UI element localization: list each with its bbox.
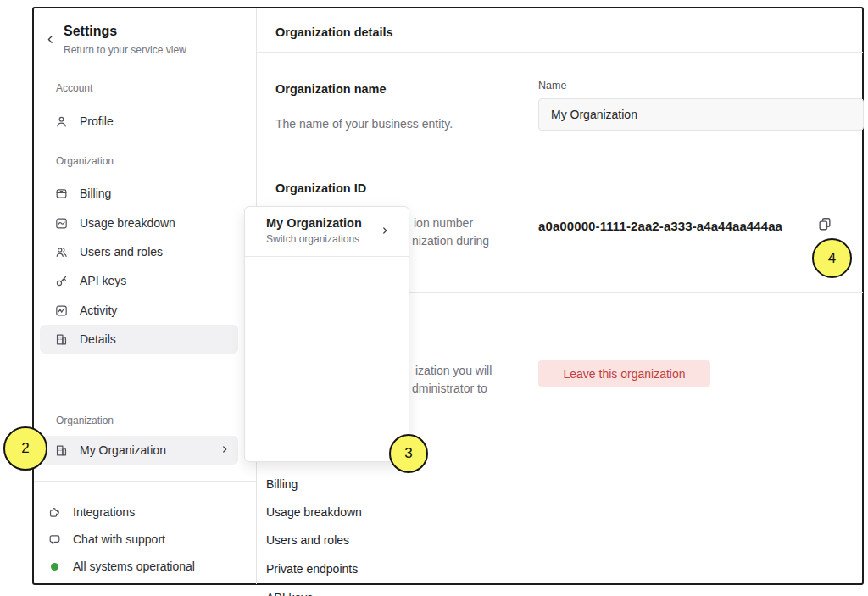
sidebar-item-users-and-roles[interactable]: Users and roles xyxy=(40,237,238,266)
dropdown-item-api-keys[interactable]: API keys xyxy=(245,583,409,596)
org-id-description-fragment: nization during xyxy=(412,234,489,248)
name-field-label: Name xyxy=(538,80,566,92)
org-name-heading: Organization name xyxy=(275,82,387,96)
callout-2: 2 xyxy=(3,426,47,471)
callout-3: 3 xyxy=(389,434,428,473)
callout-4: 4 xyxy=(812,238,852,278)
sidebar-item-label: My Organization xyxy=(80,443,209,457)
status-dot-icon xyxy=(47,563,62,571)
sidebar-item-integrations[interactable]: Integrations xyxy=(47,502,242,522)
users-icon xyxy=(54,245,69,259)
sidebar-item-label: API keys xyxy=(80,274,230,287)
page-title: Organization details xyxy=(275,25,393,39)
sidebar-item-chat-support[interactable]: Chat with support xyxy=(47,529,242,549)
dropdown-item-usage-breakdown[interactable]: Usage breakdown xyxy=(245,498,409,526)
sidebar-item-profile[interactable]: Profile xyxy=(40,107,238,136)
copy-icon[interactable] xyxy=(813,212,837,236)
key-icon xyxy=(54,274,69,288)
sidebar-item-details[interactable]: Details xyxy=(40,325,238,354)
sidebar-item-label: Usage breakdown xyxy=(80,216,230,230)
dropdown-org-subtitle: Switch organizations xyxy=(266,233,359,245)
leave-description-fragment: ization you will xyxy=(415,364,492,377)
org-id-heading: Organization ID xyxy=(275,181,366,195)
status-label: All systems operational xyxy=(73,560,195,573)
chevron-right-icon xyxy=(380,224,390,239)
chat-icon xyxy=(47,532,62,547)
sidebar-item-label: Billing xyxy=(80,187,230,200)
dropdown-divider xyxy=(245,256,409,257)
leave-organization-button[interactable]: Leave this organization xyxy=(538,360,710,387)
back-chevron-icon[interactable] xyxy=(45,33,56,48)
sidebar-item-label: Activity xyxy=(80,304,230,317)
org-name-description: The name of your business entity. xyxy=(275,117,453,131)
system-status[interactable]: All systems operational xyxy=(47,556,242,577)
dropdown-item-private-endpoints[interactable]: Private endpoints xyxy=(245,554,409,582)
sidebar-item-label: Profile xyxy=(80,114,230,128)
sidebar-item-activity[interactable]: Activity xyxy=(40,296,238,325)
activity-icon xyxy=(54,304,69,318)
chevron-right-icon xyxy=(220,443,230,457)
dropdown-item-users-and-roles[interactable]: Users and roles xyxy=(245,526,409,554)
sidebar-item-usage-breakdown[interactable]: Usage breakdown xyxy=(40,209,238,237)
leave-description-fragment: dministrator to xyxy=(412,382,487,395)
settings-subtitle[interactable]: Return to your service view xyxy=(64,44,186,56)
organization-name-input[interactable] xyxy=(538,98,864,131)
dropdown-item-billing[interactable]: Billing xyxy=(245,470,409,498)
puzzle-icon xyxy=(47,505,62,520)
organization-section-label: Organization xyxy=(56,155,114,167)
sidebar-item-billing[interactable]: Billing xyxy=(40,179,238,208)
sidebar-item-label: Details xyxy=(80,332,230,346)
sidebar-divider xyxy=(34,481,256,482)
building-icon xyxy=(54,332,69,347)
organization-id-value: a0a00000-1111-2aa2-a333-a4a44aa444aa xyxy=(538,219,782,233)
sidebar-item-my-organization[interactable]: My Organization xyxy=(40,436,238,465)
dropdown-org-switcher[interactable]: My Organization Switch organizations xyxy=(245,207,409,256)
header-divider xyxy=(257,52,863,53)
organization-switcher-label: Organization xyxy=(56,415,114,426)
organization-dropdown-menu: My Organization Switch organizations Bil… xyxy=(244,206,409,462)
account-section-label: Account xyxy=(56,82,92,94)
screenshot-page: Settings Return to your service view Acc… xyxy=(0,0,868,596)
user-icon xyxy=(54,114,69,129)
settings-title: Settings xyxy=(64,24,117,39)
billing-icon xyxy=(54,187,69,201)
building-icon xyxy=(54,443,69,458)
sidebar-item-label: Integrations xyxy=(73,505,135,519)
org-id-description-fragment: ion number xyxy=(414,216,473,230)
usage-chart-icon xyxy=(54,216,69,231)
dropdown-org-title: My Organization xyxy=(266,216,362,230)
sidebar-item-label: Chat with support xyxy=(73,532,165,546)
sidebar-item-api-keys[interactable]: API keys xyxy=(40,266,238,295)
sidebar-item-label: Users and roles xyxy=(80,245,230,259)
